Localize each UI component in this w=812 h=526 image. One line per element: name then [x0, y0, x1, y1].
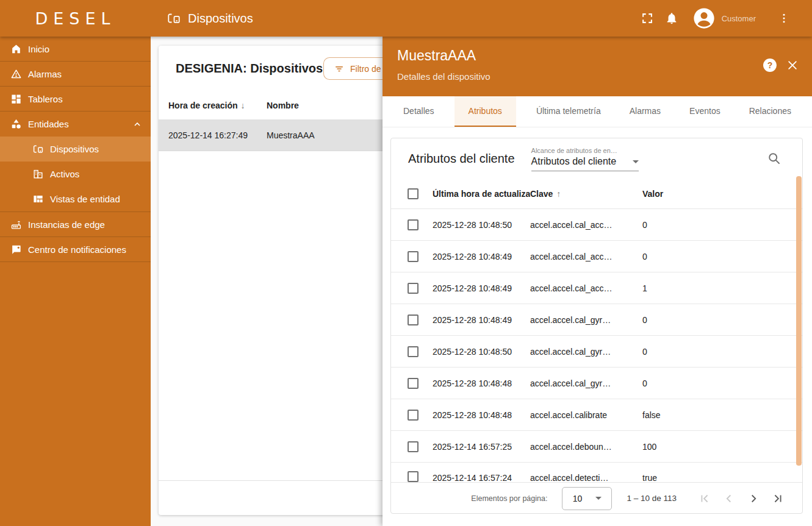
- device-details-panel: MuestraAAA Detalles del dispositivo ? De…: [383, 37, 812, 526]
- sidebar-item-label: Dispositivos: [50, 144, 99, 154]
- page-title-bar: Dispositivos: [167, 11, 253, 26]
- appbar: DESEL Dispositivos: [0, 0, 812, 37]
- row-checkbox[interactable]: [408, 378, 419, 389]
- row-checkbox[interactable]: [408, 346, 419, 357]
- page-size-select[interactable]: 10: [562, 487, 612, 510]
- pagination-range: 1 – 10 de 113: [627, 494, 677, 503]
- select-all-checkbox[interactable]: [408, 188, 419, 199]
- first-page-button[interactable]: [692, 486, 717, 511]
- items-per-page-label: Elementos por página:: [471, 494, 547, 503]
- sidebar-item-label: Entidades: [28, 119, 69, 129]
- row-checkbox[interactable]: [408, 441, 419, 452]
- attribute-scope-label: Alcance de atributos de en…: [531, 147, 639, 154]
- sidebar: Inicio Alarmas Tableros: [0, 37, 151, 526]
- sidebar-group-entidades: Entidades Dispositivos: [0, 112, 151, 212]
- attribute-row[interactable]: 2025-12-14 16:57:25 accel.accel.deboun… …: [391, 431, 802, 463]
- attribute-row[interactable]: 2025-12-28 10:48:49 accel.accel.cal_acc……: [391, 272, 802, 304]
- tab-atributos[interactable]: Atributos: [455, 96, 516, 127]
- sidebar-item-tableros[interactable]: Tableros: [0, 87, 151, 112]
- sidebar-item-alarmas[interactable]: Alarmas: [0, 62, 151, 87]
- row-checkbox[interactable]: [408, 410, 419, 421]
- sort-desc-icon: ↓: [241, 101, 245, 110]
- column-header-value[interactable]: Valor: [642, 189, 802, 199]
- building-icon: [32, 168, 45, 180]
- device-created-cell: 2025-12-14 16:27:49: [168, 130, 267, 140]
- search-icon: [767, 151, 781, 166]
- attribute-row[interactable]: 2025-12-28 10:48:48 accel.accel.calibrat…: [391, 399, 802, 431]
- attributes-card: Atributos del cliente Alcance de atribut…: [390, 138, 803, 514]
- warning-icon: [10, 68, 23, 80]
- sidebar-item-label: Alarmas: [28, 69, 62, 79]
- close-button[interactable]: [786, 59, 799, 71]
- tab-relaciones[interactable]: Relaciones: [741, 96, 800, 127]
- sidebar-item-entidades[interactable]: Entidades: [0, 112, 151, 137]
- row-checkbox[interactable]: [408, 315, 419, 325]
- notifications-button[interactable]: [659, 6, 684, 30]
- attributes-pagination: Elementos por página: 10 1 – 10 de 113: [391, 482, 802, 514]
- router-icon: [10, 218, 23, 230]
- page-size-value: 10: [573, 494, 583, 503]
- last-page-button[interactable]: [766, 486, 790, 511]
- column-header-created[interactable]: Hora de creación ↓: [168, 101, 267, 110]
- row-checkbox[interactable]: [408, 283, 419, 294]
- sidebar-item-label: Vistas de entidad: [50, 194, 120, 204]
- attributes-table-header: Última hora de actualizaci Clave ↑ Valor: [391, 179, 802, 209]
- attribute-scope-select[interactable]: Alcance de atributos de en… Atributos de…: [531, 146, 639, 171]
- sidebar-item-inicio[interactable]: Inicio: [0, 37, 151, 62]
- sidebar-item-label: Tableros: [28, 94, 63, 104]
- attribute-row[interactable]: 2025-12-28 10:48:50 accel.accel.cal_acc……: [391, 209, 802, 241]
- sidebar-item-activos[interactable]: Activos: [0, 162, 151, 187]
- filter-button-label: Filtro de: [350, 64, 381, 74]
- attribute-row[interactable]: 2025-12-28 10:48:49 accel.accel.cal_gyr……: [391, 304, 802, 336]
- view-quilt-icon: [32, 193, 45, 205]
- tab-eventos[interactable]: Eventos: [681, 96, 729, 127]
- close-icon: [786, 59, 799, 71]
- scrollbar-thumb[interactable]: [796, 176, 802, 466]
- row-checkbox[interactable]: [408, 219, 419, 230]
- attribute-row[interactable]: 2025-12-28 10:48:48 accel.accel.cal_gyr……: [391, 368, 802, 399]
- appbar-actions: Customer: [635, 6, 796, 30]
- sidebar-item-label: Inicio: [28, 44, 49, 54]
- tab-detalles[interactable]: Detalles: [395, 96, 443, 127]
- help-button[interactable]: ?: [763, 59, 777, 72]
- sort-asc-icon: ↑: [556, 189, 561, 199]
- search-button[interactable]: [767, 151, 781, 166]
- row-checkbox[interactable]: [408, 471, 419, 482]
- panel-header: MuestraAAA Detalles del dispositivo ?: [383, 37, 812, 96]
- category-icon: [10, 118, 23, 130]
- attribute-scope-value: Atributos del cliente: [531, 156, 617, 167]
- column-header-last-update[interactable]: Última hora de actualizaci: [433, 189, 530, 199]
- next-page-button[interactable]: [741, 486, 766, 511]
- sidebar-item-centro-de-notificaciones[interactable]: Centro de notificaciones: [0, 237, 151, 262]
- more-vert-icon: [778, 12, 790, 24]
- panel-subtitle: Detalles del dispositivo: [397, 71, 797, 82]
- attribute-row[interactable]: 2025-12-28 10:48:49 accel.accel.cal_acc……: [391, 241, 802, 272]
- column-header-name[interactable]: Nombre: [267, 101, 299, 110]
- attribute-row[interactable]: 2025-12-28 10:48:50 accel.accel.cal_gyr……: [391, 336, 802, 368]
- sidebar-item-vistas-de-entidad[interactable]: Vistas de entidad: [0, 187, 151, 211]
- filter-icon: [334, 63, 345, 74]
- sidebar-item-dispositivos[interactable]: Dispositivos: [0, 137, 151, 162]
- column-header-key[interactable]: Clave ↑: [530, 189, 642, 199]
- more-menu-button[interactable]: [772, 6, 796, 30]
- previous-page-button[interactable]: [717, 486, 741, 511]
- tab-alarmas[interactable]: Alarmas: [621, 96, 669, 127]
- row-checkbox[interactable]: [408, 251, 419, 262]
- app-logo[interactable]: DESEL: [0, 9, 151, 28]
- fullscreen-icon: [641, 12, 654, 25]
- avatar: [692, 7, 716, 30]
- device-name-cell: MuestraAAA: [267, 130, 315, 140]
- attributes-heading: Atributos del cliente: [408, 152, 515, 166]
- sidebar-item-instancias-de-edge[interactable]: Instancias de edge: [0, 212, 151, 237]
- last-page-icon: [771, 492, 785, 505]
- tab-ultima-telemetria[interactable]: Última telemetría: [528, 96, 609, 127]
- devices-card-title: DESIGENIA: Dispositivos: [176, 62, 323, 76]
- bell-icon: [665, 12, 678, 25]
- chevron-up-icon: [132, 119, 142, 129]
- fullscreen-button[interactable]: [635, 6, 659, 30]
- chevron-right-icon: [747, 492, 760, 505]
- user-menu[interactable]: [692, 7, 716, 30]
- first-page-icon: [698, 492, 711, 505]
- sidebar-item-label: Activos: [50, 169, 79, 179]
- attribute-row-partial[interactable]: 2025-12-14 16:57:24 accel.accel.detecti……: [391, 463, 802, 482]
